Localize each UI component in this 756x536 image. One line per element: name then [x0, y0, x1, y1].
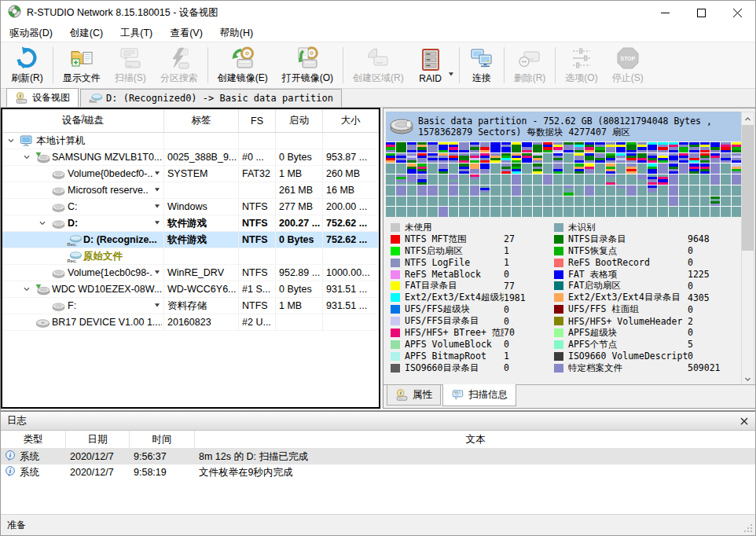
scan-block-cell[interactable] — [459, 174, 468, 185]
scan-block-cell[interactable] — [595, 163, 604, 174]
volume-dropdown-icon[interactable] — [153, 267, 162, 278]
volume-dropdown-icon[interactable] — [153, 201, 162, 212]
scan-block-cell[interactable] — [396, 196, 406, 207]
menu-item-2[interactable]: 工具(T) — [112, 25, 161, 42]
log-row-0[interactable]: i系统2020/12/79:56:378m 12s 的 D: 扫描已完成 — [1, 449, 756, 464]
scan-block-cell[interactable] — [522, 142, 531, 152]
scan-block-cell[interactable] — [710, 142, 720, 152]
expand-chevron-icon[interactable] — [7, 137, 20, 145]
scan-block-cell[interactable] — [501, 185, 511, 196]
scan-block-cell[interactable] — [428, 174, 437, 185]
scan-block-cell[interactable] — [679, 142, 688, 152]
scan-block-cell[interactable] — [459, 153, 468, 163]
scan-block-cell[interactable] — [679, 153, 688, 163]
scan-block-cell[interactable] — [449, 153, 458, 163]
scan-block-cell[interactable] — [648, 142, 657, 152]
scan-block-cell[interactable] — [574, 174, 584, 185]
scroll-up-icon[interactable] — [742, 112, 754, 125]
scan-block-cell[interactable] — [501, 153, 511, 163]
scan-block-cell[interactable] — [700, 185, 710, 196]
scan-block-cell[interactable] — [732, 163, 741, 174]
scan-block-cell[interactable] — [721, 185, 730, 196]
scan-block-cell[interactable] — [386, 142, 395, 152]
scan-block-cell[interactable] — [689, 163, 699, 174]
scan-block-cell[interactable] — [700, 142, 710, 152]
menu-item-4[interactable]: 帮助(H) — [211, 25, 262, 42]
log-column-header-1[interactable]: 日期 — [66, 431, 130, 448]
scan-block-cell[interactable] — [563, 153, 573, 163]
scan-block-cell[interactable] — [585, 142, 594, 152]
scan-block-cell[interactable] — [396, 153, 406, 163]
scan-block-cell[interactable] — [658, 174, 667, 185]
scan-block-cell[interactable] — [449, 207, 458, 217]
scan-block-cell[interactable] — [553, 153, 563, 163]
scan-block-cell[interactable] — [721, 174, 730, 185]
scan-block-cell[interactable] — [637, 174, 647, 185]
scan-block-cell[interactable] — [606, 207, 615, 217]
device-row-1[interactable]: SAMSUNG MZVLB1T0...0025_388B_9...#0 ...0… — [2, 149, 379, 166]
scan-block-cell[interactable] — [563, 207, 573, 217]
scan-block-cell[interactable] — [543, 163, 552, 174]
scan-block-cell[interactable] — [563, 185, 573, 196]
scan-block-cell[interactable] — [574, 153, 584, 163]
scan-block-cell[interactable] — [626, 153, 636, 163]
column-header-1[interactable]: 标签 — [164, 109, 239, 132]
scan-block-cell[interactable] — [533, 174, 542, 185]
scan-block-cell[interactable] — [669, 142, 678, 152]
scan-block-cell[interactable] — [480, 185, 490, 196]
tab-scan-information[interactable]: 扫描信息 — [442, 384, 516, 406]
scan-block-cell[interactable] — [543, 153, 552, 163]
menu-item-3[interactable]: 查看(V) — [161, 25, 211, 42]
scan-block-cell[interactable] — [490, 142, 500, 152]
expand-chevron-icon[interactable] — [39, 219, 51, 227]
scan-block-cell[interactable] — [637, 185, 647, 196]
scan-block-cell[interactable] — [480, 174, 490, 185]
toolbar-button-create-image[interactable]: 创建镜像(E) — [211, 44, 275, 86]
scan-block-cell[interactable] — [553, 174, 563, 185]
device-row-0[interactable]: 本地计算机 — [2, 133, 379, 149]
scan-block-cell[interactable] — [648, 185, 657, 196]
scan-block-cell[interactable] — [407, 196, 417, 207]
scan-block-cell[interactable] — [626, 196, 636, 207]
scan-block-cell[interactable] — [417, 185, 427, 196]
scan-block-cell[interactable] — [386, 163, 395, 174]
scan-block-cell[interactable] — [449, 142, 458, 152]
scan-block-cell[interactable] — [512, 153, 521, 163]
scan-block-cell[interactable] — [637, 196, 647, 207]
scan-block-cell[interactable] — [585, 163, 594, 174]
scan-block-cell[interactable] — [606, 174, 615, 185]
scan-block-cell[interactable] — [732, 142, 741, 152]
scan-block-cell[interactable] — [522, 153, 531, 163]
scan-block-cell[interactable] — [626, 207, 636, 217]
scan-block-cell[interactable] — [669, 163, 678, 174]
expand-chevron-icon[interactable] — [23, 285, 35, 293]
scan-block-cell[interactable] — [585, 207, 594, 217]
scan-block-cell[interactable] — [459, 185, 468, 196]
scan-block-cell[interactable] — [553, 207, 563, 217]
scan-block-cell[interactable] — [648, 207, 657, 217]
scan-block-cell[interactable] — [700, 153, 710, 163]
volume-dropdown-icon[interactable] — [153, 218, 162, 229]
scan-block-cell[interactable] — [490, 174, 500, 185]
scan-block-cell[interactable] — [386, 174, 395, 185]
scan-block-cell[interactable] — [595, 207, 604, 217]
menu-item-1[interactable]: 创建(C) — [61, 25, 112, 42]
toolbar-button-show-files[interactable]: 显示文件 — [56, 44, 108, 86]
toolbar-button-open-image[interactable]: 打开镜像(O) — [275, 44, 340, 86]
scan-block-cell[interactable] — [658, 185, 667, 196]
scan-block-cell[interactable] — [637, 142, 647, 152]
scan-block-cell[interactable] — [480, 142, 490, 152]
scan-block-cell[interactable] — [470, 196, 479, 207]
scan-block-cell[interactable] — [480, 163, 490, 174]
scan-block-cell[interactable] — [470, 142, 479, 152]
log-column-header-3[interactable]: 文本 — [195, 431, 756, 448]
scan-block-cell[interactable] — [512, 185, 521, 196]
scan-block-cell[interactable] — [512, 174, 521, 185]
scan-block-cell[interactable] — [616, 142, 626, 152]
scan-block-cell[interactable] — [679, 185, 688, 196]
scan-block-cell[interactable] — [417, 174, 427, 185]
scan-block-cell[interactable] — [658, 163, 667, 174]
scan-block-cell[interactable] — [386, 153, 395, 163]
scan-block-cell[interactable] — [533, 163, 542, 174]
scan-block-cell[interactable] — [396, 207, 406, 217]
